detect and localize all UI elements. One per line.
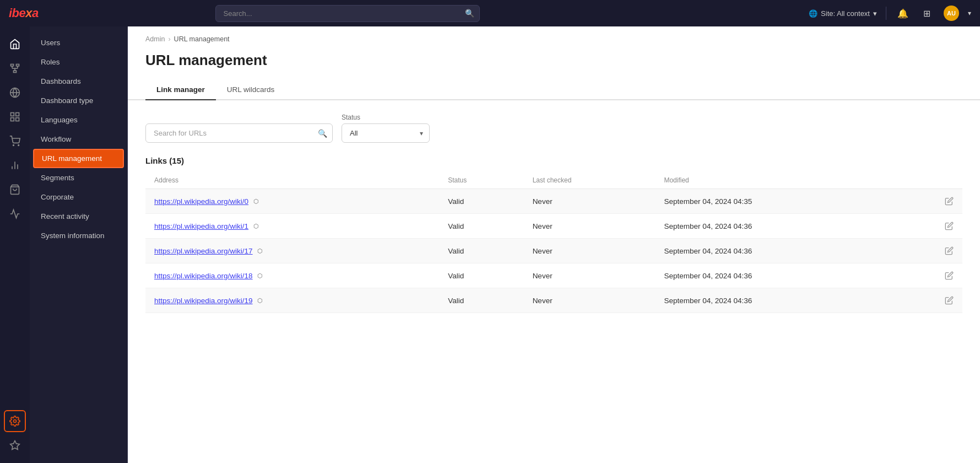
cell-status: Valid — [439, 263, 523, 288]
svg-rect-11 — [11, 118, 14, 121]
sidebar-icon-starred[interactable] — [4, 434, 26, 456]
content-area: 🔍 Status All Valid Invalid Links (15) — [128, 100, 980, 326]
nav-sidebar: Users Roles Dashboards Dashboard type La… — [30, 26, 128, 463]
icon-sidebar — [0, 26, 30, 463]
nav-item-url-management[interactable]: URL management — [33, 149, 124, 168]
table-row: https://pl.wikipedia.org/wiki/19 ⬡ Valid… — [145, 288, 962, 313]
sidebar-icon-sitemap[interactable] — [4, 57, 26, 79]
tab-link-manager[interactable]: Link manager — [145, 80, 216, 100]
svg-point-14 — [18, 145, 19, 146]
nav-label-corporate: Corporate — [41, 193, 74, 201]
nav-item-roles[interactable]: Roles — [30, 52, 127, 72]
url-search-input[interactable] — [145, 123, 333, 143]
tab-url-wildcards[interactable]: URL wildcards — [216, 80, 286, 100]
nav-item-segments[interactable]: Segments — [30, 168, 127, 187]
cell-status: Valid — [439, 214, 523, 239]
cell-modified: September 04, 2024 04:36 — [655, 288, 901, 313]
col-status: Status — [439, 172, 523, 189]
header-divider — [886, 7, 886, 20]
nav-item-dashboards[interactable]: Dashboards — [30, 72, 127, 91]
breadcrumb-admin[interactable]: Admin — [145, 35, 165, 43]
avatar[interactable]: AU — [944, 6, 959, 21]
avatar-chevron-icon: ▾ — [968, 9, 971, 17]
cell-status: Valid — [439, 189, 523, 214]
nav-item-system-information[interactable]: System information — [30, 226, 127, 245]
url-link[interactable]: https://pl.wikipedia.org/wiki/19 — [154, 297, 253, 305]
grid-icon[interactable]: ⊞ — [919, 6, 935, 21]
cell-status: Valid — [439, 239, 523, 263]
sidebar-icon-settings[interactable] — [4, 410, 26, 432]
cell-last-checked: Never — [524, 214, 656, 239]
search-icon: 🔍 — [465, 9, 474, 18]
sidebar-icon-home[interactable] — [4, 33, 26, 55]
breadcrumb: Admin › URL management — [128, 26, 980, 47]
cell-modified: September 04, 2024 04:36 — [655, 263, 901, 288]
edit-button[interactable] — [909, 197, 954, 206]
sidebar-icon-products[interactable] — [4, 179, 26, 201]
nav-item-recent-activity[interactable]: Recent activity — [30, 207, 127, 226]
nav-label-system-information: System information — [41, 232, 105, 240]
cell-modified: September 04, 2024 04:36 — [655, 239, 901, 263]
col-last-checked: Last checked — [524, 172, 656, 189]
svg-rect-10 — [16, 113, 19, 116]
col-modified: Modified — [655, 172, 901, 189]
site-label: Site: All context — [821, 9, 870, 18]
table-row: https://pl.wikipedia.org/wiki/18 ⬡ Valid… — [145, 263, 962, 288]
cell-url: https://pl.wikipedia.org/wiki/0 ⬡ — [145, 189, 439, 214]
nav-label-recent-activity: Recent activity — [41, 212, 89, 220]
main-content: Admin › URL management URL management Li… — [128, 26, 980, 463]
status-select-wrap: All Valid Invalid — [342, 123, 430, 143]
edit-button[interactable] — [909, 222, 954, 230]
filter-row: 🔍 Status All Valid Invalid — [145, 114, 962, 143]
url-search-icon: 🔍 — [318, 129, 327, 138]
svg-rect-2 — [14, 71, 17, 72]
notification-icon[interactable]: 🔔 — [895, 6, 911, 21]
top-header: ibexa 🔍 🌐 Site: All context ▾ 🔔 ⊞ AU ▾ — [0, 0, 980, 26]
edit-button[interactable] — [909, 246, 954, 255]
status-select[interactable]: All Valid Invalid — [342, 123, 430, 143]
url-link[interactable]: https://pl.wikipedia.org/wiki/17 — [154, 247, 253, 255]
nav-label-dashboard-type: Dashboard type — [41, 96, 93, 105]
main-layout: Users Roles Dashboards Dashboard type La… — [0, 26, 980, 463]
nav-item-languages[interactable]: Languages — [30, 110, 127, 130]
tabs-bar: Link manager URL wildcards — [128, 80, 980, 100]
breadcrumb-separator: › — [168, 35, 170, 43]
external-link-icon: ⬡ — [257, 247, 263, 255]
sidebar-icon-globe[interactable] — [4, 82, 26, 104]
nav-item-workflow[interactable]: Workflow — [30, 130, 127, 149]
nav-label-dashboards: Dashboards — [41, 77, 81, 85]
svg-rect-0 — [11, 64, 14, 66]
nav-label-languages: Languages — [41, 116, 78, 124]
external-link-icon: ⬡ — [257, 297, 263, 304]
cell-last-checked: Never — [524, 189, 656, 214]
edit-button[interactable] — [909, 296, 954, 305]
sidebar-icon-analytics[interactable] — [4, 154, 26, 176]
table-row: https://pl.wikipedia.org/wiki/0 ⬡ Valid … — [145, 189, 962, 214]
cell-edit — [901, 189, 962, 214]
cell-last-checked: Never — [524, 239, 656, 263]
sidebar-icon-cart[interactable] — [4, 130, 26, 152]
logo: ibexa — [9, 6, 39, 20]
table-row: https://pl.wikipedia.org/wiki/17 ⬡ Valid… — [145, 239, 962, 263]
edit-button[interactable] — [909, 271, 954, 280]
status-filter-label: Status — [342, 114, 430, 121]
url-link[interactable]: https://pl.wikipedia.org/wiki/0 — [154, 197, 248, 206]
url-search-field: 🔍 — [145, 123, 333, 143]
header-right: 🌐 Site: All context ▾ 🔔 ⊞ AU ▾ — [809, 6, 971, 21]
svg-point-19 — [14, 420, 17, 423]
url-link[interactable]: https://pl.wikipedia.org/wiki/1 — [154, 222, 248, 230]
svg-marker-20 — [10, 441, 20, 450]
nav-item-dashboard-type[interactable]: Dashboard type — [30, 91, 127, 110]
search-input[interactable] — [215, 5, 480, 22]
nav-label-users: Users — [41, 39, 60, 47]
nav-label-roles: Roles — [41, 58, 60, 66]
nav-item-corporate[interactable]: Corporate — [30, 187, 127, 207]
table-row: https://pl.wikipedia.org/wiki/1 ⬡ Valid … — [145, 214, 962, 239]
sidebar-icon-campaigns[interactable] — [4, 203, 26, 225]
sidebar-icon-blocks[interactable] — [4, 106, 26, 128]
nav-item-users[interactable]: Users — [30, 33, 127, 52]
url-link[interactable]: https://pl.wikipedia.org/wiki/18 — [154, 272, 253, 280]
status-filter-group: Status All Valid Invalid — [342, 114, 430, 143]
site-selector[interactable]: 🌐 Site: All context ▾ — [809, 9, 877, 18]
svg-rect-12 — [16, 118, 19, 121]
